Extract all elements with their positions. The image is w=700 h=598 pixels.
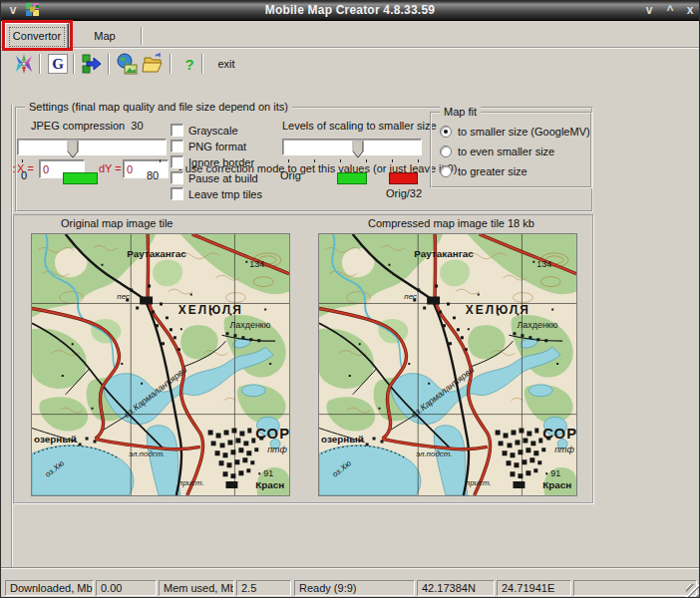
status-downloaded-label: Downloaded, Mb: — [5, 580, 94, 596]
slider-tick — [392, 159, 393, 162]
tab-bar: Convertor Map — [1, 21, 699, 49]
globe-image-icon — [116, 53, 138, 75]
toolbar-separator — [201, 54, 202, 74]
scaling-min-label: Orig — [280, 169, 301, 181]
maximize-button[interactable]: ^ — [662, 3, 678, 18]
checkbox-ignore-border-label: Ignore border — [188, 156, 254, 168]
slider-tick — [288, 159, 289, 162]
slider-tick — [418, 159, 419, 162]
compressed-map-preview — [318, 233, 577, 496]
jpeg-slider-thumb[interactable] — [67, 140, 79, 159]
map-image-button[interactable] — [114, 52, 140, 76]
checkbox-png-format[interactable] — [171, 140, 183, 152]
tab-map[interactable]: Map — [71, 25, 139, 49]
starburst-icon — [13, 53, 35, 75]
scaling-green-bar — [337, 172, 367, 184]
jpeg-quality-bar — [63, 172, 98, 184]
jpeg-compression-label: JPEG compression 30 — [31, 120, 144, 132]
toolbar-separator — [108, 54, 109, 74]
toolbar-separator — [39, 54, 40, 74]
scaling-slider-thumb[interactable] — [352, 140, 364, 159]
exit-button[interactable]: exit — [206, 52, 246, 76]
radio-even-smaller-size[interactable] — [440, 146, 452, 157]
slider-tick — [160, 159, 161, 162]
toolbar — [1, 49, 699, 79]
google-button[interactable]: G — [45, 52, 71, 76]
jpeg-max-label: 80 — [147, 169, 159, 181]
original-map-label: Original map image tile — [61, 217, 174, 229]
settings-legend: Settings (final map quality and file siz… — [25, 101, 292, 113]
status-ready: Ready (9:9) — [294, 580, 415, 596]
status-bar: Downloaded, Mb: 0.00 Mem used, Mb: 2.5 R… — [1, 577, 700, 598]
convert-button[interactable] — [79, 52, 105, 76]
open-folder-icon — [142, 53, 164, 75]
title-bar: v Mobile Map Creator 4.8.33.59 v ^ x — [1, 1, 699, 21]
panel-edge — [11, 105, 13, 567]
app-window: v Mobile Map Creator 4.8.33.59 v ^ x Con… — [0, 0, 700, 598]
build-map-button[interactable] — [11, 52, 37, 76]
scaling-max-label: Orig/32 — [386, 187, 422, 199]
tab-convertor[interactable]: Convertor — [5, 23, 69, 49]
radio-smaller-size-label: to smaller size (GoogleMV) — [458, 126, 590, 138]
close-button[interactable]: x — [682, 3, 698, 18]
checkbox-png-format-label: PNG format — [188, 141, 246, 152]
radio-smaller-size[interactable] — [440, 126, 452, 138]
toolbar-separator — [170, 54, 171, 74]
checkbox-grayscale-label: Grayscale — [188, 125, 238, 137]
status-downloaded-value: 0.00 — [96, 580, 157, 596]
radio-greater-size[interactable] — [440, 165, 452, 177]
status-mem-label: Mem used, Mb: — [159, 580, 234, 596]
open-file-button[interactable] — [140, 52, 166, 76]
checkbox-leave-tmp-tiles[interactable] — [171, 187, 183, 200]
toolbar-separator — [73, 54, 74, 74]
checkbox-pause-at-build[interactable] — [171, 171, 183, 184]
shade-button[interactable]: v — [641, 3, 657, 18]
window-title: Mobile Map Creator 4.8.33.59 — [1, 3, 699, 17]
status-mem-value: 2.5 — [236, 580, 291, 596]
checkbox-grayscale[interactable] — [171, 124, 183, 137]
original-map-preview — [31, 233, 290, 496]
tab-convertor-label: Convertor — [13, 30, 61, 42]
radio-even-smaller-size-label: to even smaller size — [458, 146, 554, 157]
slider-tick — [340, 159, 341, 162]
scaling-label: Levels of scaling to smaller size — [282, 120, 437, 132]
radio-greater-size-label: to greater size — [458, 165, 527, 177]
jpeg-min-label: 0 — [21, 169, 27, 181]
tab-separator — [141, 27, 142, 45]
jpeg-slider[interactable] — [17, 139, 167, 155]
slider-tick — [314, 159, 315, 162]
jpeg-value: 30 — [131, 120, 143, 132]
checkbox-pause-at-build-label: Pause at build — [188, 172, 258, 184]
question-icon: ? — [184, 56, 193, 73]
checkbox-leave-tmp-tiles-label: Leave tmp tiles — [188, 188, 262, 200]
checkbox-ignore-border[interactable] — [171, 155, 183, 168]
jpeg-label-text: JPEG compression — [31, 120, 125, 132]
status-latitude: 42.17384N — [417, 580, 495, 596]
status-longitude: 24.71941E — [497, 580, 571, 596]
scaling-red-bar — [389, 172, 418, 184]
status-empty-panel — [573, 580, 697, 596]
resize-grip[interactable] — [686, 584, 699, 597]
slider-tick — [366, 159, 367, 162]
slider-tick — [22, 159, 23, 162]
help-button[interactable]: ? — [176, 52, 202, 76]
google-g-icon: G — [48, 54, 68, 74]
convert-arrow-icon — [81, 53, 103, 75]
compressed-map-label: Compressed map image tile 18 kb — [368, 217, 534, 229]
map-fit-legend: Map fit — [440, 106, 481, 118]
status-divider — [1, 567, 700, 569]
tab-map-label: Map — [94, 30, 115, 42]
